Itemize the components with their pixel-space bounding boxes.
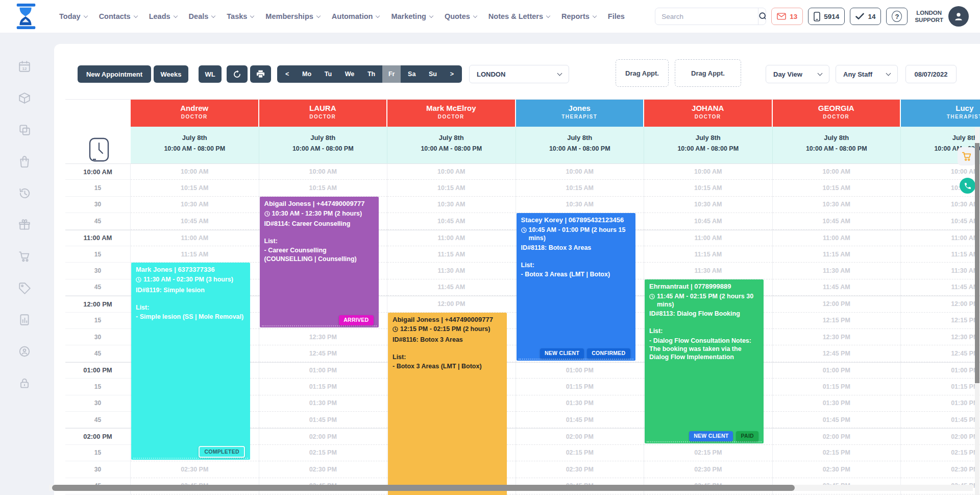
phone-notifications-button[interactable]: 5914	[808, 8, 845, 25]
slot-cell[interactable]: 01:45 PM	[773, 412, 901, 428]
slot-cell[interactable]: 10:15 AM	[644, 180, 773, 196]
day-button-sa[interactable]: Sa	[402, 65, 422, 83]
nav-item-reports[interactable]: Reports	[561, 12, 596, 20]
slot-cell[interactable]: 10:00 AM	[131, 163, 259, 180]
slot-cell[interactable]: 01:30 PM	[901, 395, 980, 412]
day-button-mo[interactable]: Mo	[296, 65, 317, 83]
slot-cell[interactable]: 10:00 AM	[773, 163, 901, 180]
slot-cell[interactable]: 12:30 PM	[773, 329, 901, 345]
slot-cell[interactable]: 11:30 AM	[644, 263, 773, 279]
slot-cell[interactable]: 02:00 PM	[773, 428, 901, 444]
slot-cell[interactable]: 12:15 PM	[773, 313, 901, 329]
slot-cell[interactable]: 10:30 AM	[773, 197, 901, 213]
day-button-su[interactable]: Su	[423, 65, 443, 83]
slot-cell[interactable]: 10:45 AM	[387, 213, 516, 229]
slot-cell[interactable]: 10:30 AM	[644, 197, 773, 213]
sidebar-cart-icon[interactable]	[18, 250, 31, 263]
slot-cell[interactable]: 01:45 PM	[259, 412, 388, 428]
horizontal-scrollbar[interactable]	[49, 485, 973, 491]
slot-cell[interactable]: 01:00 PM	[516, 362, 645, 379]
slot-cell[interactable]: 12:30 PM	[259, 329, 388, 345]
appointment-block-1[interactable]: Mark Jones | 637337733611:30 AM - 02:30 …	[131, 263, 250, 460]
slot-cell[interactable]: 02:15 PM	[259, 445, 388, 461]
staff-select[interactable]: Any Staff	[836, 65, 898, 83]
nav-item-files[interactable]: Files	[608, 12, 625, 20]
slot-cell[interactable]: 02:00 PM	[259, 428, 388, 444]
slot-cell[interactable]: 11:00 AM	[131, 230, 259, 246]
avatar[interactable]	[948, 6, 969, 27]
help-button[interactable]: ?	[886, 8, 908, 25]
slot-cell[interactable]: 10:45 AM	[773, 213, 901, 229]
slot-cell[interactable]: 02:15 PM	[901, 445, 980, 461]
slot-cell[interactable]: 02:15 PM	[516, 445, 645, 461]
slot-cell[interactable]: 11:30 AM	[773, 263, 901, 279]
slot-cell[interactable]: 02:00 PM	[901, 428, 980, 444]
slot-cell[interactable]: 11:30 AM	[901, 263, 980, 279]
waitlist-button[interactable]: WL	[199, 65, 222, 83]
slot-cell[interactable]: 12:45 PM	[773, 345, 901, 362]
slot-cell[interactable]: 02:30 PM	[516, 461, 645, 478]
slot-cell[interactable]: 02:00 PM	[516, 428, 645, 444]
prev-day-button[interactable]: <	[279, 65, 295, 83]
slot-cell[interactable]: 10:15 AM	[773, 180, 901, 196]
slot-cell[interactable]: 12:15 PM	[901, 313, 980, 329]
date-input[interactable]: 08/07/2022	[905, 65, 957, 83]
slot-cell[interactable]: 10:30 AM	[516, 197, 645, 213]
slot-cell[interactable]: 11:45 AM	[773, 279, 901, 296]
slot-cell[interactable]: 11:15 AM	[773, 246, 901, 263]
slot-cell[interactable]: 01:30 PM	[259, 395, 388, 412]
appointment-block-3[interactable]: Abigail Joness | +44749000977712:15 PM -…	[388, 313, 507, 495]
tasks-done-button[interactable]: 14	[850, 8, 881, 25]
slot-cell[interactable]: 11:15 AM	[901, 246, 980, 263]
view-select[interactable]: Day View	[766, 65, 829, 83]
nav-item-deals[interactable]: Deals	[189, 12, 215, 20]
sidebar-lock-icon[interactable]	[18, 376, 31, 390]
drag-appointment-slot-2[interactable]: Drag Appt.	[675, 59, 741, 87]
sidebar-history-icon[interactable]	[18, 186, 31, 200]
slot-cell[interactable]: 02:15 PM	[644, 445, 773, 461]
nav-item-quotes[interactable]: Quotes	[445, 12, 477, 20]
slot-cell[interactable]: 01:15 PM	[773, 379, 901, 395]
slot-cell[interactable]: 11:15 AM	[644, 246, 773, 263]
slot-cell[interactable]: 12:45 PM	[901, 345, 980, 362]
slot-cell[interactable]: 11:00 AM	[901, 230, 980, 246]
horizontal-scrollbar-thumb[interactable]	[52, 485, 795, 491]
nav-item-automation[interactable]: Automation	[332, 12, 380, 20]
slot-cell[interactable]: 10:30 AM	[387, 197, 516, 213]
slot-cell[interactable]: 12:45 PM	[259, 345, 388, 362]
appointment-block-5[interactable]: Ehrmantraut | 077899988911:45 AM - 02:15…	[645, 279, 764, 443]
slot-cell[interactable]: 11:15 AM	[387, 246, 516, 263]
next-day-button[interactable]: >	[444, 65, 460, 83]
slot-cell[interactable]: 10:45 AM	[131, 213, 259, 229]
slot-cell[interactable]: 10:15 AM	[131, 180, 259, 196]
sidebar-copy-icon[interactable]	[18, 123, 31, 136]
slot-cell[interactable]: 10:30 AM	[901, 197, 980, 213]
sidebar-user-sync-icon[interactable]	[18, 345, 31, 358]
vertical-scrollbar-thumb[interactable]	[975, 143, 979, 383]
slot-cell[interactable]: 11:00 AM	[644, 230, 773, 246]
slot-cell[interactable]: 11:45 AM	[901, 279, 980, 296]
slot-cell[interactable]: 02:30 PM	[259, 461, 388, 478]
slot-cell[interactable]: 12:00 PM	[901, 296, 980, 312]
sidebar-report-icon[interactable]	[18, 313, 31, 326]
nav-item-contacts[interactable]: Contacts	[99, 12, 137, 20]
slot-cell[interactable]: 01:45 PM	[901, 412, 980, 428]
sidebar-package-icon[interactable]	[18, 91, 31, 105]
search-input[interactable]	[655, 13, 758, 20]
call-button[interactable]	[960, 178, 975, 194]
app-logo[interactable]	[13, 4, 39, 29]
location-select[interactable]: LONDON	[469, 65, 569, 83]
sidebar-calendar-icon[interactable]: 12	[18, 60, 31, 73]
slot-cell[interactable]: 10:45 AM	[644, 213, 773, 229]
nav-item-memberships[interactable]: Memberships	[265, 12, 320, 20]
slot-cell[interactable]: 01:15 PM	[259, 379, 388, 395]
mail-notifications-button[interactable]: 13	[771, 8, 803, 25]
slot-cell[interactable]: 01:15 PM	[516, 379, 645, 395]
nav-item-marketing[interactable]: Marketing	[391, 12, 433, 20]
slot-cell[interactable]: 01:00 PM	[901, 362, 980, 379]
day-button-fr[interactable]: Fr	[382, 65, 401, 83]
slot-cell[interactable]: 01:45 PM	[516, 412, 645, 428]
slot-cell[interactable]: 11:45 AM	[387, 279, 516, 296]
slot-cell[interactable]: 02:30 PM	[901, 461, 980, 478]
slot-cell[interactable]: 10:00 AM	[516, 163, 645, 180]
